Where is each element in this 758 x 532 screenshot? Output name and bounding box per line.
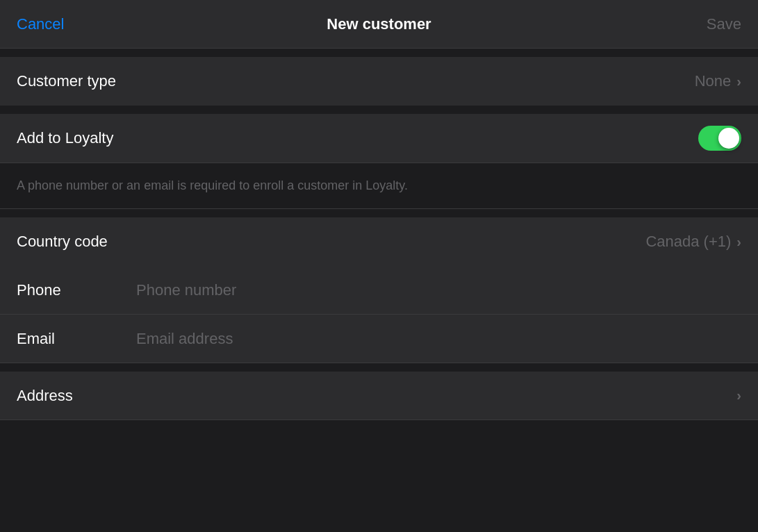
customer-type-value: None › <box>695 72 741 90</box>
address-label: Address <box>17 387 73 405</box>
cancel-button[interactable]: Cancel <box>17 15 64 33</box>
country-code-value-text: Canada (+1) <box>645 233 731 251</box>
address-row[interactable]: Address › <box>0 372 758 420</box>
loyalty-info-text: A phone number or an email is required t… <box>17 178 408 192</box>
email-row: Email <box>0 315 758 363</box>
loyalty-row: Add to Loyalty <box>0 114 758 163</box>
customer-type-chevron-icon: › <box>736 74 741 90</box>
email-input[interactable] <box>128 330 741 348</box>
address-chevron-icon: › <box>736 388 741 404</box>
country-code-label: Country code <box>17 233 108 251</box>
loyalty-section: Add to Loyalty <box>0 114 758 163</box>
customer-type-value-text: None <box>695 72 732 90</box>
phone-label: Phone <box>17 281 128 299</box>
loyalty-toggle[interactable] <box>698 126 741 151</box>
country-code-value: Canada (+1) › <box>645 233 741 251</box>
loyalty-info-section: A phone number or an email is required t… <box>0 163 758 209</box>
phone-input[interactable] <box>128 281 741 299</box>
customer-type-row[interactable]: Customer type None › <box>0 57 758 106</box>
phone-row: Phone <box>0 266 758 315</box>
page-title: New customer <box>327 15 431 33</box>
country-code-section: Country code Canada (+1) › <box>0 217 758 266</box>
country-code-chevron-icon: › <box>736 234 741 250</box>
toggle-thumb <box>718 128 739 149</box>
header: Cancel New customer Save <box>0 0 758 49</box>
toggle-track <box>698 126 741 151</box>
customer-type-label: Customer type <box>17 72 116 90</box>
save-button[interactable]: Save <box>707 15 741 33</box>
loyalty-label: Add to Loyalty <box>17 129 113 147</box>
country-code-row[interactable]: Country code Canada (+1) › <box>0 217 758 266</box>
email-label: Email <box>17 330 128 348</box>
customer-type-section: Customer type None › <box>0 57 758 106</box>
